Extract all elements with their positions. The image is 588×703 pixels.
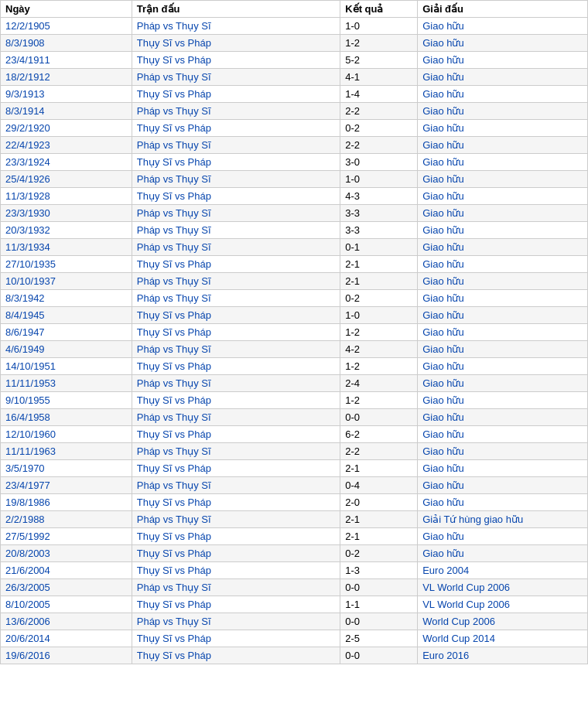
cell-match: Pháp vs Thụy Sĩ: [132, 137, 340, 154]
cell-tournament: Giao hữu: [418, 426, 588, 443]
cell-date: 9/3/1913: [1, 86, 132, 103]
cell-result: 1-2: [340, 358, 418, 375]
table-row: 10/10/1937Pháp vs Thụy Sĩ2-1Giao hữu: [1, 273, 588, 290]
cell-match: Pháp vs Thụy Sĩ: [132, 103, 340, 120]
cell-tournament: Giao hữu: [418, 307, 588, 324]
header-match: Trận đấu: [132, 1, 340, 18]
table-row: 20/6/2014Thụy Sĩ vs Pháp2-5World Cup 201…: [1, 630, 588, 647]
cell-tournament: Giao hữu: [418, 154, 588, 171]
table-row: 19/6/2016Thụy Sĩ vs Pháp0-0Euro 2016: [1, 647, 588, 664]
cell-match: Thụy Sĩ vs Pháp: [132, 630, 340, 647]
cell-tournament: World Cup 2006: [418, 613, 588, 630]
cell-result: 2-1: [340, 528, 418, 545]
table-row: 2/2/1988Pháp vs Thụy Sĩ2-1Giải Tứ hùng g…: [1, 511, 588, 528]
cell-tournament: Giao hữu: [418, 69, 588, 86]
cell-match: Pháp vs Thụy Sĩ: [132, 511, 340, 528]
cell-result: 3-0: [340, 154, 418, 171]
table-row: 23/3/1930Pháp vs Thụy Sĩ3-3Giao hữu: [1, 205, 588, 222]
cell-tournament: Euro 2004: [418, 562, 588, 579]
matches-table: Ngày Trận đấu Kết quả Giải đấu 12/2/1905…: [0, 0, 588, 664]
table-row: 23/3/1924Thụy Sĩ vs Pháp3-0Giao hữu: [1, 154, 588, 171]
cell-result: 0-2: [340, 120, 418, 137]
cell-match: Pháp vs Thụy Sĩ: [132, 18, 340, 35]
cell-date: 18/2/1912: [1, 69, 132, 86]
cell-tournament: Giao hữu: [418, 477, 588, 494]
table-row: 8/3/1914Pháp vs Thụy Sĩ2-2Giao hữu: [1, 103, 588, 120]
cell-result: 1-0: [340, 307, 418, 324]
table-row: 27/10/1935Thụy Sĩ vs Pháp2-1Giao hữu: [1, 256, 588, 273]
cell-match: Thụy Sĩ vs Pháp: [132, 460, 340, 477]
cell-match: Thụy Sĩ vs Pháp: [132, 596, 340, 613]
header-tournament: Giải đấu: [418, 1, 588, 18]
cell-result: 2-1: [340, 256, 418, 273]
table-row: 20/8/2003Thụy Sĩ vs Pháp0-2Giao hữu: [1, 545, 588, 562]
table-row: 18/2/1912Pháp vs Thụy Sĩ4-1Giao hữu: [1, 69, 588, 86]
cell-date: 9/10/1955: [1, 392, 132, 409]
cell-match: Thụy Sĩ vs Pháp: [132, 154, 340, 171]
cell-tournament: Giao hữu: [418, 358, 588, 375]
cell-match: Thụy Sĩ vs Pháp: [132, 392, 340, 409]
cell-date: 19/6/2016: [1, 647, 132, 664]
cell-result: 0-0: [340, 613, 418, 630]
cell-match: Pháp vs Thụy Sĩ: [132, 477, 340, 494]
cell-date: 12/2/1905: [1, 18, 132, 35]
table-row: 16/4/1958Pháp vs Thụy Sĩ0-0Giao hữu: [1, 409, 588, 426]
cell-match: Thụy Sĩ vs Pháp: [132, 358, 340, 375]
cell-tournament: Giao hữu: [418, 18, 588, 35]
cell-match: Thụy Sĩ vs Pháp: [132, 52, 340, 69]
cell-date: 20/3/1932: [1, 222, 132, 239]
cell-result: 1-4: [340, 86, 418, 103]
cell-date: 23/3/1930: [1, 205, 132, 222]
cell-date: 27/10/1935: [1, 256, 132, 273]
cell-result: 1-2: [340, 324, 418, 341]
cell-match: Pháp vs Thụy Sĩ: [132, 273, 340, 290]
table-row: 22/4/1923Pháp vs Thụy Sĩ2-2Giao hữu: [1, 137, 588, 154]
cell-result: 1-0: [340, 18, 418, 35]
cell-match: Pháp vs Thụy Sĩ: [132, 375, 340, 392]
cell-result: 0-0: [340, 409, 418, 426]
cell-result: 3-3: [340, 222, 418, 239]
cell-result: 0-2: [340, 290, 418, 307]
table-row: 9/10/1955Thụy Sĩ vs Pháp1-2Giao hữu: [1, 392, 588, 409]
cell-date: 8/3/1942: [1, 290, 132, 307]
cell-match: Pháp vs Thụy Sĩ: [132, 341, 340, 358]
cell-tournament: Giao hữu: [418, 341, 588, 358]
cell-result: 0-0: [340, 647, 418, 664]
cell-result: 2-1: [340, 460, 418, 477]
cell-match: Pháp vs Thụy Sĩ: [132, 443, 340, 460]
table-row: 9/3/1913Thụy Sĩ vs Pháp1-4Giao hữu: [1, 86, 588, 103]
header-result: Kết quả: [340, 1, 418, 18]
cell-date: 20/8/2003: [1, 545, 132, 562]
cell-match: Thụy Sĩ vs Pháp: [132, 647, 340, 664]
cell-match: Thụy Sĩ vs Pháp: [132, 86, 340, 103]
table-row: 4/6/1949Pháp vs Thụy Sĩ4-2Giao hữu: [1, 341, 588, 358]
cell-date: 11/3/1934: [1, 239, 132, 256]
cell-result: 4-3: [340, 188, 418, 205]
cell-tournament: World Cup 2014: [418, 630, 588, 647]
cell-result: 1-0: [340, 171, 418, 188]
cell-result: 4-2: [340, 341, 418, 358]
cell-match: Pháp vs Thụy Sĩ: [132, 205, 340, 222]
cell-tournament: VL World Cup 2006: [418, 596, 588, 613]
cell-result: 0-0: [340, 579, 418, 596]
cell-match: Pháp vs Thụy Sĩ: [132, 579, 340, 596]
cell-result: 5-2: [340, 52, 418, 69]
cell-tournament: Giao hữu: [418, 137, 588, 154]
cell-tournament: Giao hữu: [418, 103, 588, 120]
cell-tournament: Giao hữu: [418, 222, 588, 239]
cell-date: 4/6/1949: [1, 341, 132, 358]
cell-tournament: VL World Cup 2006: [418, 579, 588, 596]
cell-match: Pháp vs Thụy Sĩ: [132, 409, 340, 426]
cell-date: 8/10/2005: [1, 596, 132, 613]
cell-result: 1-2: [340, 392, 418, 409]
cell-result: 1-3: [340, 562, 418, 579]
cell-tournament: Giao hữu: [418, 188, 588, 205]
cell-date: 8/3/1908: [1, 35, 132, 52]
cell-date: 23/3/1924: [1, 154, 132, 171]
cell-match: Pháp vs Thụy Sĩ: [132, 222, 340, 239]
table-row: 29/2/1920Thụy Sĩ vs Pháp0-2Giao hữu: [1, 120, 588, 137]
cell-date: 22/4/1923: [1, 137, 132, 154]
cell-date: 8/3/1914: [1, 103, 132, 120]
cell-result: 6-2: [340, 426, 418, 443]
table-row: 14/10/1951Thụy Sĩ vs Pháp1-2Giao hữu: [1, 358, 588, 375]
